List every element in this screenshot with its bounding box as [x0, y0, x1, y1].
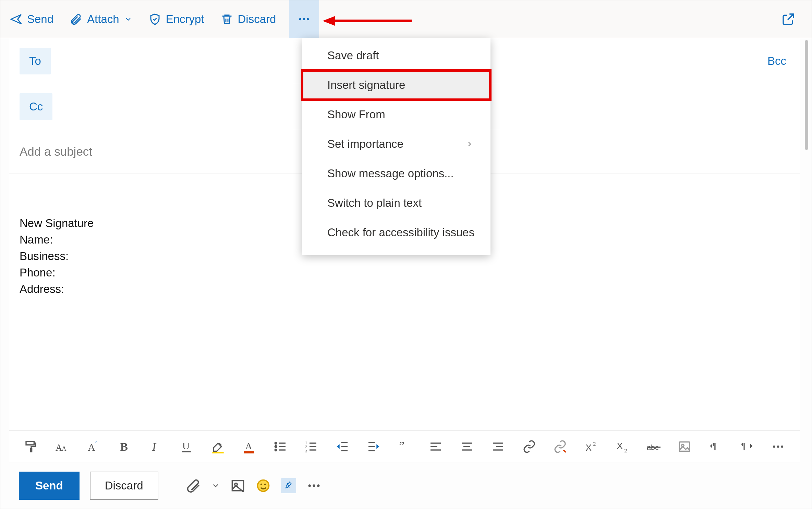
- format-painter-button[interactable]: [24, 439, 38, 454]
- svg-text:2: 2: [624, 447, 627, 453]
- shield-icon: [149, 13, 161, 25]
- svg-marker-31: [337, 444, 339, 449]
- bold-button[interactable]: B: [118, 439, 132, 454]
- menu-label: Show From: [327, 108, 385, 121]
- menu-save-draft[interactable]: Save draft: [302, 41, 490, 70]
- numbering-icon: 123: [304, 440, 318, 453]
- svg-line-46: [563, 450, 566, 452]
- svg-text:U: U: [182, 440, 190, 451]
- svg-point-0: [299, 18, 301, 20]
- menu-label: Save draft: [327, 49, 379, 62]
- unlink-button[interactable]: [553, 439, 567, 454]
- attach-button[interactable]: Attach: [66, 0, 136, 38]
- ltr-button[interactable]: ¶: [709, 439, 723, 454]
- indent-button[interactable]: [366, 439, 380, 454]
- menu-show-from[interactable]: Show From: [302, 100, 490, 129]
- bold-icon: B: [118, 440, 132, 453]
- menu-label: Set importance: [327, 138, 403, 151]
- underline-button[interactable]: U: [180, 439, 194, 454]
- menu-insert-signature[interactable]: Insert signature: [302, 70, 490, 100]
- toggle-format-bar-button[interactable]: A: [281, 478, 296, 493]
- svg-point-60: [777, 445, 779, 448]
- popout-button[interactable]: [781, 12, 795, 26]
- picture-icon: [230, 478, 245, 493]
- menu-set-importance[interactable]: Set importance: [302, 129, 490, 159]
- quote-icon: ”: [398, 440, 412, 453]
- svg-text:A: A: [88, 441, 95, 452]
- send-label: Send: [27, 13, 53, 26]
- svg-point-69: [313, 484, 315, 487]
- svg-text:X: X: [617, 440, 623, 451]
- outdent-button[interactable]: [336, 439, 350, 454]
- menu-label: Check for accessibility issues: [327, 226, 474, 239]
- encrypt-button[interactable]: Encrypt: [145, 0, 208, 38]
- font-color-button[interactable]: A: [242, 439, 256, 454]
- highlight-button[interactable]: [211, 439, 225, 454]
- ellipsis-icon: [306, 478, 322, 493]
- italic-button[interactable]: I: [149, 439, 163, 454]
- svg-marker-58: [750, 443, 753, 448]
- strikethrough-icon: abc: [647, 440, 660, 453]
- bcc-link[interactable]: Bcc: [767, 55, 790, 68]
- svg-text:I: I: [152, 440, 157, 453]
- emoji-button[interactable]: [256, 478, 271, 493]
- svg-text:¶: ¶: [712, 441, 717, 450]
- send-button-primary[interactable]: Send: [19, 472, 80, 500]
- svg-text:A: A: [62, 445, 66, 452]
- align-center-icon: [460, 440, 474, 453]
- menu-check-a11y[interactable]: Check for accessibility issues: [302, 218, 490, 247]
- font-size-icon: A^: [87, 440, 100, 453]
- superscript-button[interactable]: X2: [584, 439, 598, 454]
- bullets-button[interactable]: [273, 439, 287, 454]
- discard-button-secondary[interactable]: Discard: [90, 472, 158, 500]
- editor-line: Phone:: [20, 264, 790, 281]
- trash-icon: [221, 13, 233, 25]
- send-icon: [10, 13, 22, 25]
- svg-text:2: 2: [593, 440, 596, 446]
- attach-inline-button[interactable]: [186, 478, 201, 493]
- insert-image-button[interactable]: [230, 478, 245, 493]
- compose-window: Send Attach Encrypt Discard To Bc: [0, 0, 812, 509]
- indent-icon: [367, 440, 380, 453]
- numbering-button[interactable]: 123: [304, 439, 318, 454]
- menu-show-options[interactable]: Show message options...: [302, 159, 490, 188]
- send-button[interactable]: Send: [7, 0, 57, 38]
- highlight-icon: [211, 440, 225, 453]
- font-size-button[interactable]: A^: [87, 439, 101, 454]
- align-right-button[interactable]: [491, 439, 505, 454]
- quote-button[interactable]: ”: [398, 439, 412, 454]
- cc-chip[interactable]: Cc: [20, 93, 52, 120]
- subscript-button[interactable]: X2: [616, 439, 630, 454]
- align-right-icon: [491, 440, 505, 453]
- paperclip-icon: [70, 13, 82, 25]
- scrollbar[interactable]: [803, 40, 810, 506]
- align-center-button[interactable]: [460, 439, 474, 454]
- insert-picture-button[interactable]: [678, 439, 692, 454]
- svg-point-1: [303, 18, 305, 20]
- font-button[interactable]: AA: [56, 439, 70, 454]
- bottom-more-button[interactable]: [306, 478, 322, 493]
- bullets-icon: [274, 440, 287, 453]
- discard-button[interactable]: Discard: [217, 0, 280, 38]
- svg-point-68: [308, 484, 311, 487]
- svg-text:A: A: [56, 442, 62, 452]
- menu-plain-text[interactable]: Switch to plain text: [302, 188, 490, 218]
- svg-point-17: [275, 446, 277, 447]
- link-button[interactable]: [522, 439, 536, 454]
- fmt-more-button[interactable]: [771, 439, 785, 454]
- svg-point-66: [264, 483, 266, 485]
- picture-icon: [678, 440, 691, 453]
- more-actions-button[interactable]: [289, 0, 319, 38]
- align-left-button[interactable]: [429, 439, 443, 454]
- attach-chevron-button[interactable]: [211, 478, 220, 493]
- ltr-icon: ¶: [709, 440, 723, 453]
- scrollbar-thumb[interactable]: [805, 40, 808, 150]
- font-color-icon: A: [242, 440, 256, 453]
- to-chip[interactable]: To: [20, 48, 51, 74]
- bottom-send-bar: Send Discard A: [9, 462, 800, 509]
- svg-text:A: A: [245, 441, 252, 451]
- menu-label: Show message options...: [327, 167, 454, 180]
- svg-point-70: [317, 484, 319, 487]
- strikethrough-button[interactable]: abc: [646, 439, 660, 454]
- rtl-button[interactable]: ¶: [740, 439, 754, 454]
